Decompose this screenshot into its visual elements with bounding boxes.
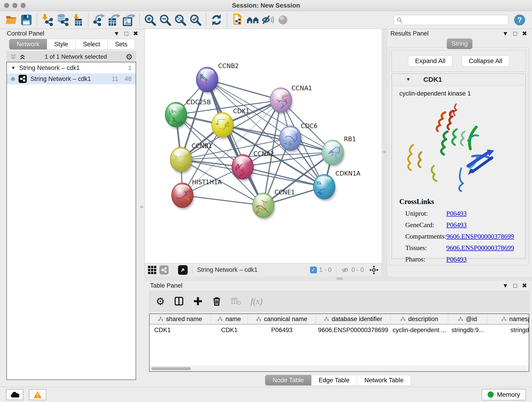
network-collection-row[interactable]: ▼ String Network – cdk1 1 xyxy=(7,62,136,73)
crosslink-link[interactable]: P06493 xyxy=(446,221,467,229)
network-canvas[interactable]: CCNB2CCNA1CDC25BCDK1CDC6RB1CCNB1CCNA2CDK… xyxy=(145,29,382,263)
expand-all-icon[interactable] xyxy=(19,53,26,60)
column-header[interactable]: namespace xyxy=(487,314,529,324)
selected-checkbox-icon[interactable]: ✓ xyxy=(310,267,317,274)
panel-menu-icon[interactable]: ▼ xyxy=(502,30,508,37)
expand-collapse-row: Expand All Collapse All xyxy=(392,50,526,72)
network-node-CDC6[interactable] xyxy=(279,126,302,153)
panel-float-icon[interactable]: □ xyxy=(513,30,517,37)
search-input[interactable] xyxy=(405,16,505,23)
panel-float-icon[interactable]: □ xyxy=(124,30,128,37)
panel-float-icon[interactable]: □ xyxy=(513,282,517,289)
tab-sets[interactable]: Sets xyxy=(108,39,135,50)
node-label-HIST1H1A: HIST1H1A xyxy=(192,179,222,186)
control-panel-divider-handle[interactable] xyxy=(140,206,143,208)
create-column-plus-icon[interactable] xyxy=(193,296,203,306)
panel-close-icon[interactable]: ✖ xyxy=(522,30,527,37)
column-header[interactable]: @id xyxy=(448,314,487,324)
open-session-button[interactable] xyxy=(4,13,19,27)
cloud-button[interactable] xyxy=(6,389,23,400)
results-scrollbar[interactable] xyxy=(529,47,532,265)
gene-name: CDK1 xyxy=(423,76,442,83)
import-network-file-button[interactable] xyxy=(40,13,55,27)
collapse-all-icon[interactable] xyxy=(10,53,17,60)
import-table-file-button[interactable] xyxy=(70,13,85,27)
apply-layout-button[interactable] xyxy=(209,13,224,27)
hide-selected-button[interactable] xyxy=(260,13,275,27)
table-row[interactable]: CDK1CDK1P064939606.ENSP00000378699cyclin… xyxy=(150,325,529,336)
network-node-RB1[interactable] xyxy=(322,140,345,167)
network-node-CCNA2[interactable] xyxy=(232,154,254,181)
tab-style[interactable]: Style xyxy=(47,39,76,50)
table-settings-gear-icon[interactable]: ⚙ xyxy=(156,295,165,307)
expander-icon[interactable]: ▼ xyxy=(11,65,16,70)
crosslink-link[interactable]: 9606.ENSP00000378699 xyxy=(446,233,514,240)
crosslink-link[interactable]: P06493 xyxy=(446,210,467,217)
export-image-button[interactable] xyxy=(121,13,137,27)
panel-close-icon[interactable]: ✖ xyxy=(522,282,527,289)
memory-button[interactable]: Memory xyxy=(481,389,526,400)
warnings-button[interactable] xyxy=(29,389,46,400)
column-header[interactable]: shared name xyxy=(150,314,211,324)
crosslink-link[interactable]: P06493 xyxy=(446,255,467,263)
network-graph[interactable]: CCNB2CCNA1CDC25BCDK1CDC6RB1CCNB1CCNA2CDK… xyxy=(145,29,382,263)
show-all-button[interactable] xyxy=(245,13,260,27)
import-network-database-button[interactable] xyxy=(55,13,70,27)
tab-edge-table[interactable]: Edge Table xyxy=(311,375,357,385)
show-columns-icon[interactable] xyxy=(174,296,184,306)
network-row[interactable]: String Network – cdk1 11 48 xyxy=(7,73,136,84)
panel-close-icon[interactable]: ✖ xyxy=(133,30,138,37)
panel-menu-icon[interactable]: ▼ xyxy=(502,282,508,289)
crosslink-link[interactable]: 9606.ENSP00000378699 xyxy=(446,244,514,252)
toolbar-search xyxy=(394,15,508,25)
canvas-table-divider[interactable] xyxy=(144,276,532,281)
node-table[interactable]: shared namenamecanonical namedatabase id… xyxy=(149,313,529,372)
collapse-all-button[interactable]: Collapse All xyxy=(462,56,509,66)
expand-all-button[interactable]: Expand All xyxy=(408,56,452,66)
network-node-CCNB2[interactable] xyxy=(196,67,219,94)
table-hscrollbar[interactable] xyxy=(150,366,529,371)
tab-network[interactable]: Network xyxy=(9,39,47,50)
window-titlebar: Session: New Session xyxy=(0,0,532,11)
network-node-CDC25B[interactable] xyxy=(165,102,188,129)
network-node-CDK1[interactable] xyxy=(212,113,234,139)
node-entry-header[interactable]: ▼ CDK1 xyxy=(392,74,526,85)
toggle-graphics-button[interactable] xyxy=(275,13,291,27)
zoom-in-button[interactable] xyxy=(143,13,158,27)
column-header[interactable]: database identifier xyxy=(316,314,391,324)
panel-menu-icon[interactable]: ▼ xyxy=(114,30,120,37)
zoom-fit-icon xyxy=(174,14,186,26)
zoom-out-button[interactable] xyxy=(158,13,173,27)
save-session-button[interactable] xyxy=(19,13,34,27)
hidden-eye-icon[interactable] xyxy=(341,267,349,273)
delete-column-trash-icon[interactable] xyxy=(212,296,222,306)
tab-node-table[interactable]: Node Table xyxy=(265,375,311,385)
zoom-selected-button[interactable] xyxy=(188,13,203,27)
export-table-file-button[interactable] xyxy=(106,13,121,27)
tab-network-table[interactable]: Network Table xyxy=(357,375,411,385)
network-type-icon[interactable] xyxy=(159,265,169,274)
collection-label: String Network – cdk1 xyxy=(19,64,80,71)
table-toolbar: ⚙ f(x) xyxy=(149,291,529,311)
network-edge[interactable] xyxy=(182,195,263,205)
column-header[interactable]: canonical name xyxy=(248,314,316,324)
network-node-CCNA1[interactable] xyxy=(270,88,293,114)
network-node-CCNE1[interactable] xyxy=(253,193,275,220)
help-button[interactable]: ? xyxy=(514,14,525,26)
column-header[interactable]: name xyxy=(211,314,248,324)
open-panel-button[interactable] xyxy=(230,13,245,27)
network-options-gear-icon[interactable]: ⚙ xyxy=(126,52,133,61)
results-tab-string[interactable]: String xyxy=(447,38,472,49)
entry-expander-icon[interactable]: ▼ xyxy=(406,77,411,82)
column-header[interactable]: description xyxy=(391,314,448,324)
network-node-CCNB1[interactable] xyxy=(170,147,193,174)
birdseye-view-icon[interactable] xyxy=(178,265,188,275)
grid-view-icon[interactable] xyxy=(148,266,156,274)
tab-select[interactable]: Select xyxy=(76,39,108,50)
pan-crosshair-icon[interactable] xyxy=(369,265,379,274)
export-network-file-button[interactable] xyxy=(91,13,106,27)
zoom-fit-button[interactable] xyxy=(173,13,188,27)
canvas-results-divider[interactable] xyxy=(382,29,387,276)
network-edge[interactable] xyxy=(207,80,263,205)
network-node-CDKN1A[interactable] xyxy=(313,174,336,201)
